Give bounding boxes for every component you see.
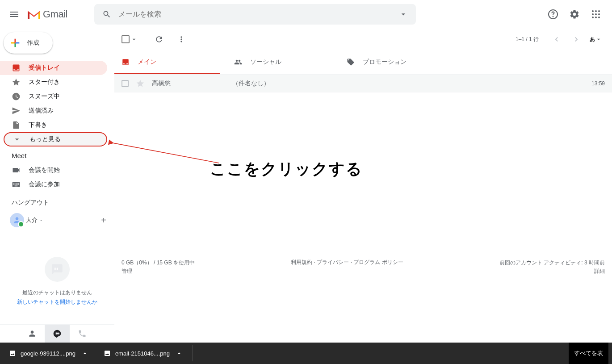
inbox-icon (12, 63, 21, 72)
show-all-downloads[interactable]: すべてを表 (569, 343, 608, 364)
hangouts-empty-message: 最近のチャットはありません (0, 289, 114, 297)
next-page-button[interactable] (567, 30, 585, 48)
sidebar-item-inbox[interactable]: 受信トレイ (0, 61, 107, 75)
svg-point-3 (595, 10, 597, 12)
refresh-icon (155, 35, 163, 44)
sidebar: 作成 受信トレイ スター付き スヌーズ中 送信済み 下書き もっと見る Meet (0, 29, 114, 343)
settings-button[interactable] (566, 5, 583, 23)
footer-info: 0 GB（0%） / 15 GB を使用中 管理 利用規約 · プライバシー ·… (114, 250, 612, 276)
sidebar-item-sent[interactable]: 送信済み (0, 104, 107, 118)
menu-button[interactable] (4, 4, 25, 25)
apps-grid-icon (591, 9, 601, 20)
mail-row[interactable]: 高橋悠 （件名なし） 13:59 (114, 75, 612, 92)
star-outline-icon (136, 79, 145, 88)
meet-start[interactable]: 会議を開始 (0, 163, 114, 177)
tab-label: ソーシャル (250, 58, 281, 66)
sidebar-item-drafts[interactable]: 下書き (0, 118, 107, 132)
phone-tab[interactable] (70, 325, 95, 343)
video-icon (12, 166, 21, 175)
input-method-button[interactable]: あ (587, 36, 605, 43)
meet-join[interactable]: 会議に参加 (0, 177, 114, 192)
meet-section-label: Meet (0, 146, 114, 163)
phone-icon (78, 329, 87, 338)
chat-bubble-icon (45, 257, 70, 282)
category-tabs: メイン ソーシャル プロモーション (114, 50, 612, 75)
contacts-tab[interactable] (20, 325, 45, 343)
hangouts-tab[interactable] (45, 325, 70, 343)
tab-primary[interactable]: メイン (114, 50, 227, 74)
prev-page-button[interactable] (548, 30, 566, 48)
tab-social[interactable]: ソーシャル (227, 50, 340, 74)
activity-details-link[interactable]: 詳細 (499, 267, 605, 276)
search-options-button[interactable] (394, 5, 412, 23)
tab-promotions[interactable]: プロモーション (340, 50, 452, 74)
download-item[interactable]: email-2151046....png (98, 345, 193, 361)
hangouts-user-row[interactable]: 大介 + (0, 210, 114, 230)
gmail-icon (27, 9, 41, 20)
inbox-icon (122, 58, 130, 66)
hangouts-icon (53, 329, 62, 338)
download-bar: google-939112....png email-2151046....pn… (0, 343, 612, 364)
send-icon (12, 106, 21, 115)
gmail-logo[interactable]: Gmail (27, 8, 67, 20)
mail-sender: 高橋悠 (152, 79, 232, 88)
hangouts-section-label: ハングアウト (0, 192, 114, 210)
image-file-icon (9, 350, 16, 357)
sidebar-item-label: 下書き (29, 121, 47, 129)
sidebar-item-label: 送信済み (29, 107, 54, 115)
help-icon (548, 9, 558, 20)
tag-icon (347, 58, 356, 66)
header-right (544, 5, 605, 23)
sidebar-item-more[interactable]: もっと見る (4, 132, 107, 146)
caret-down-icon (130, 36, 138, 43)
sidebar-item-snoozed[interactable]: スヌーズ中 (0, 89, 107, 104)
file-icon (12, 121, 21, 130)
svg-point-6 (595, 13, 597, 15)
sidebar-bottom-tabs (0, 324, 114, 343)
caret-down-icon (38, 218, 44, 223)
page-count: 1–1 / 1 行 (516, 36, 539, 43)
hangouts-add-button[interactable]: + (101, 215, 106, 226)
toolbar: 1–1 / 1 行 あ (114, 29, 612, 50)
more-button[interactable] (172, 30, 190, 48)
lang-label: あ (590, 36, 595, 43)
meet-label: 会議に参加 (29, 180, 60, 188)
apps-button[interactable] (587, 5, 605, 23)
plus-icon (9, 37, 21, 49)
chevron-up-icon (82, 350, 88, 356)
gear-icon (569, 9, 580, 20)
mail-subject: （件名なし） (232, 79, 591, 88)
tab-label: メイン (138, 58, 156, 66)
download-item[interactable]: google-939112....png (4, 345, 98, 361)
help-button[interactable] (544, 5, 562, 23)
svg-point-7 (598, 13, 600, 15)
main-content: 1–1 / 1 行 あ メイン ソーシャル プロモーション (114, 29, 612, 343)
hamburger-icon (9, 9, 20, 20)
compose-label: 作成 (27, 39, 39, 47)
svg-point-2 (592, 10, 594, 12)
storage-manage-link[interactable]: 管理 (122, 267, 195, 276)
sidebar-item-label: スター付き (29, 78, 60, 86)
person-icon (13, 216, 21, 225)
star-button[interactable] (136, 79, 145, 88)
chevron-up-icon (176, 350, 182, 356)
avatar (10, 213, 24, 227)
search-box[interactable] (94, 4, 416, 25)
refresh-button[interactable] (150, 30, 168, 48)
tab-label: プロモーション (363, 58, 407, 66)
search-icon-button[interactable] (98, 5, 116, 23)
sidebar-item-starred[interactable]: スター付き (0, 75, 107, 89)
activity-info: 前回のアカウント アクティビティ: 3 時間前 詳細 (499, 259, 605, 276)
compose-button[interactable]: 作成 (4, 32, 53, 54)
row-checkbox[interactable] (122, 80, 130, 87)
svg-point-1 (553, 16, 553, 17)
hangouts-username: 大介 (26, 216, 38, 224)
hangouts-start-chat-link[interactable]: 新しいチャットを開始しませんか (0, 298, 114, 306)
svg-point-10 (598, 17, 600, 18)
select-all-checkbox[interactable] (122, 35, 138, 43)
last-activity: 前回のアカウント アクティビティ: 3 時間前 (499, 259, 605, 267)
more-vert-icon (177, 35, 186, 44)
checkbox-icon (122, 35, 130, 43)
search-input[interactable] (116, 10, 394, 18)
footer-links[interactable]: 利用規約 · プライバシー · プログラム ポリシー (291, 259, 403, 276)
